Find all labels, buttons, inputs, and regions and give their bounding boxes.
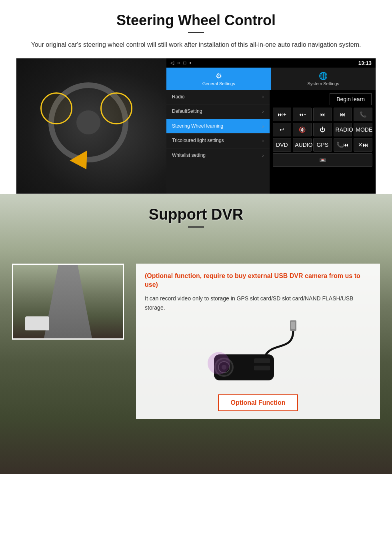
tab-system-label: System Settings	[308, 81, 339, 86]
dvr-title-divider	[188, 226, 204, 228]
ctrl-next-track[interactable]: ⏭	[334, 108, 352, 121]
ctrl-phone-next[interactable]: ✕⏭	[354, 138, 372, 152]
menu-item-steering-learning[interactable]: Steering Wheel learning ›	[166, 119, 270, 134]
menu-whitelist-arrow: ›	[262, 153, 264, 158]
begin-learn-button[interactable]: Begin learn	[330, 93, 372, 105]
back-nav-icon: ◁	[170, 60, 174, 66]
btn-row-2: ↩ 🔇 ⏻ RADIO MODE	[271, 123, 374, 136]
button-panel: Begin learn ⏭+ ⏮- ⏮ ⏭ 📞 ↩ 🔇 ⏻ RADIO	[270, 90, 376, 194]
menu-list: Radio › DefaultSetting › Steering Wheel …	[166, 90, 270, 194]
system-icon: 🌐	[273, 72, 374, 80]
steering-title: Steering Wheel Control	[16, 12, 376, 29]
ctrl-vol-up[interactable]: ⏭+	[273, 108, 292, 121]
highlight-right-circle	[100, 92, 132, 124]
tab-general-label: General Settings	[202, 81, 235, 86]
tab-general[interactable]: ⚙ General Settings	[166, 68, 271, 90]
ctrl-audio[interactable]: AUDIO	[293, 138, 312, 152]
highlight-left-circle	[40, 92, 72, 124]
btn-row-4: 📼	[271, 153, 374, 167]
dvr-title: Support DVR	[0, 206, 392, 223]
android-statusbar: ◁ ○ □ ▪ 13:13	[166, 58, 376, 68]
ctrl-mute[interactable]: 🔇	[293, 123, 312, 136]
menu-radio-arrow: ›	[262, 94, 264, 100]
steering-demo: ◁ ○ □ ▪ 13:13 ⚙ General Settings 🌐 Syste…	[16, 58, 376, 194]
ctrl-phone[interactable]: 📞	[354, 108, 372, 121]
settings-tabs: ⚙ General Settings 🌐 System Settings	[166, 68, 376, 90]
dvr-content: Support DVR (Optional function, require …	[0, 194, 392, 428]
ctrl-media[interactable]: 📼	[273, 153, 373, 167]
steering-divider	[188, 32, 204, 33]
cam-slot2	[254, 366, 270, 370]
cam-slot1	[254, 358, 270, 363]
steering-description: Your original car's steering wheel contr…	[16, 40, 376, 50]
btn-row-3: DVD AUDIO GPS 📞⏮ ✕⏭	[271, 138, 374, 152]
ctrl-gps[interactable]: GPS	[313, 138, 332, 152]
steering-section: Steering Wheel Control Your original car…	[0, 0, 392, 194]
menu-default-label: DefaultSetting	[172, 108, 202, 115]
ctrl-radio[interactable]: RADIO	[334, 123, 352, 136]
menu-steering-arrow: ›	[262, 124, 264, 129]
ctrl-vol-down[interactable]: ⏮-	[293, 108, 312, 121]
cam-glow	[208, 352, 230, 374]
steering-bg	[16, 58, 166, 194]
menu-tricoloured-label: Tricoloured light settings	[172, 138, 224, 144]
settings-content: Radio › DefaultSetting › Steering Wheel …	[166, 90, 376, 194]
status-time: 13:13	[358, 60, 372, 66]
dvr-camera-illustration	[145, 318, 371, 390]
menu-whitelist-label: Whitelist setting	[172, 152, 206, 159]
ctrl-mode[interactable]: MODE	[354, 123, 372, 136]
dvr-description: It can record video only to storage in G…	[145, 294, 371, 312]
record-nav-icon: ▪	[190, 60, 191, 66]
camera-svg	[194, 318, 322, 390]
dvr-left-panel	[12, 264, 128, 420]
menu-radio-label: Radio	[172, 94, 184, 100]
menu-steering-label: Steering Wheel learning	[172, 123, 223, 130]
dvr-thumb-road	[44, 265, 92, 338]
tab-system[interactable]: 🌐 System Settings	[271, 68, 376, 90]
dvr-thumbnail	[12, 264, 124, 340]
home-nav-icon: ○	[177, 60, 180, 66]
ctrl-power[interactable]: ⏻	[313, 123, 332, 136]
dvr-info-panel: (Optional function, require to buy exter…	[136, 264, 380, 420]
menu-tricoloured-arrow: ›	[262, 138, 264, 144]
menu-item-radio[interactable]: Radio ›	[166, 90, 270, 105]
dvr-section: Support DVR (Optional function, require …	[0, 194, 392, 474]
android-screen: ◁ ○ □ ▪ 13:13 ⚙ General Settings 🌐 Syste…	[166, 58, 376, 194]
ctrl-phone-prev[interactable]: 📞⏮	[334, 138, 352, 152]
usb-inner	[291, 322, 295, 329]
gear-icon: ⚙	[168, 72, 269, 80]
menu-item-whitelist[interactable]: Whitelist setting ›	[166, 148, 270, 163]
square-nav-icon: □	[183, 60, 186, 66]
menu-item-defaultsetting[interactable]: DefaultSetting ›	[166, 104, 270, 119]
statusbar-left: ◁ ○ □ ▪	[170, 60, 191, 66]
dvr-optional-title: (Optional function, require to buy exter…	[145, 272, 371, 290]
ctrl-prev-track[interactable]: ⏮	[313, 108, 332, 121]
ctrl-back[interactable]: ↩	[273, 123, 292, 136]
menu-default-arrow: ›	[262, 109, 264, 114]
dvr-thumb-car	[25, 316, 49, 330]
menu-item-tricoloured[interactable]: Tricoloured light settings ›	[166, 134, 270, 148]
dvr-main-content: (Optional function, require to buy exter…	[0, 256, 392, 428]
btn-row-1: ⏭+ ⏮- ⏮ ⏭ 📞	[271, 108, 374, 121]
dvr-title-area: Support DVR	[0, 194, 392, 232]
steering-wheel-photo	[16, 58, 166, 194]
optional-function-button[interactable]: Optional Function	[218, 394, 298, 411]
ctrl-dvd[interactable]: DVD	[273, 138, 292, 152]
begin-learn-row: Begin learn	[271, 92, 374, 108]
